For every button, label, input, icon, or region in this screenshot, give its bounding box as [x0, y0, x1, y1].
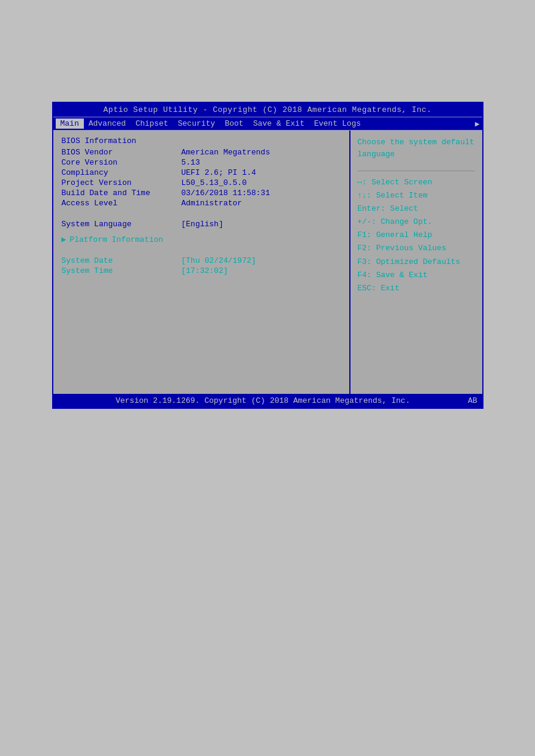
footer-version-text: Version 2.19.1269. Copyright (C) 2018 Am…: [58, 396, 468, 405]
menu-item-boot[interactable]: Boot: [220, 119, 248, 129]
bios-setup-utility: Aptio Setup Utility - Copyright (C) 2018…: [52, 102, 483, 409]
access-level-label: Access Level: [62, 199, 182, 208]
shortcut-esc: ESC: Exit: [358, 282, 475, 295]
menu-item-security[interactable]: Security: [173, 119, 220, 129]
shortcuts-list: ↔: Select Screen ↑↓: Select Item Enter: …: [358, 176, 475, 295]
footer-ab: AB: [468, 396, 477, 405]
system-date-row[interactable]: System Date [Thu 02/24/1972]: [62, 256, 341, 265]
menu-bar: Main Advanced Chipset Security Boot Save…: [53, 117, 482, 130]
footer: Version 2.19.1269. Copyright (C) 2018 Am…: [53, 394, 482, 408]
platform-info-row[interactable]: ▶ Platform Information: [62, 235, 341, 244]
system-time-value: [17:32:02]: [182, 266, 228, 275]
system-date-value: [Thu 02/24/1972]: [182, 256, 256, 265]
help-text: Choose the system default language: [358, 136, 475, 160]
menu-item-event-logs[interactable]: Event Logs: [309, 119, 365, 129]
core-version-value: 5.13: [182, 158, 200, 167]
menu-item-save-exit[interactable]: Save & Exit: [248, 119, 309, 129]
bios-info-heading: BIOS Information: [62, 136, 341, 145]
system-time-row[interactable]: System Time [17:32:02]: [62, 266, 341, 275]
project-version-row: Project Version L50_5.13_0.5.0: [62, 178, 341, 187]
title-text: Aptio Setup Utility - Copyright (C) 2018…: [104, 105, 432, 114]
menu-item-chipset[interactable]: Chipset: [131, 119, 173, 129]
shortcut-select-item: ↑↓: Select Item: [358, 189, 475, 202]
shortcut-f1: F1: General Help: [358, 229, 475, 242]
shortcut-change-opt: +/-: Change Opt.: [358, 215, 475, 229]
shortcut-f2: F2: Previous Values: [358, 242, 475, 255]
shortcut-f4: F4: Save & Exit: [358, 269, 475, 282]
right-panel: Choose the system default language ↔: Se…: [350, 130, 482, 394]
project-version-label: Project Version: [62, 178, 182, 187]
left-panel: BIOS Information BIOS Vendor American Me…: [53, 130, 350, 394]
project-version-value: L50_5.13_0.5.0: [182, 178, 247, 187]
menu-item-advanced[interactable]: Advanced: [84, 119, 131, 129]
divider: [358, 171, 475, 171]
bios-vendor-row: BIOS Vendor American Megatrends: [62, 148, 341, 157]
build-date-row: Build Date and Time 03/16/2018 11:58:31: [62, 189, 341, 198]
shortcut-enter: Enter: Select: [358, 202, 475, 215]
access-level-row: Access Level Administrator: [62, 199, 341, 208]
compliancy-value: UEFI 2.6; PI 1.4: [182, 168, 256, 177]
system-time-label: System Time: [62, 266, 182, 275]
platform-info-label: Platform Information: [69, 235, 163, 244]
compliancy-row: Compliancy UEFI 2.6; PI 1.4: [62, 168, 341, 177]
content-area: BIOS Information BIOS Vendor American Me…: [53, 130, 482, 394]
system-date-label: System Date: [62, 256, 182, 265]
system-language-label: System Language: [62, 220, 182, 229]
bios-vendor-label: BIOS Vendor: [62, 148, 182, 157]
system-language-value: [English]: [182, 220, 223, 229]
core-version-row: Core Version 5.13: [62, 158, 341, 167]
bios-vendor-value: American Megatrends: [182, 148, 270, 157]
system-language-row[interactable]: System Language [English]: [62, 220, 341, 229]
title-bar: Aptio Setup Utility - Copyright (C) 2018…: [53, 103, 482, 117]
build-date-value: 03/16/2018 11:58:31: [182, 189, 270, 198]
compliancy-label: Compliancy: [62, 168, 182, 177]
build-date-label: Build Date and Time: [62, 189, 182, 198]
shortcut-f3: F3: Optimized Defaults: [358, 256, 475, 269]
core-version-label: Core Version: [62, 158, 182, 167]
menu-item-main[interactable]: Main: [56, 119, 84, 129]
bios-information-section: BIOS Information BIOS Vendor American Me…: [62, 136, 341, 208]
platform-arrow-icon: ▶: [62, 235, 67, 244]
menu-right-arrow: ▶: [475, 119, 480, 129]
access-level-value: Administrator: [182, 199, 242, 208]
shortcut-select-screen: ↔: Select Screen: [358, 176, 475, 189]
